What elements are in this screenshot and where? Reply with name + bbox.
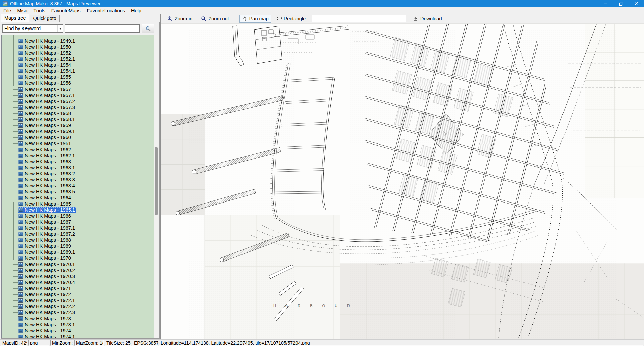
tree-connector [13,65,18,65]
tree-item[interactable]: New HK Maps - 1973 [2,315,154,322]
menu-misc[interactable]: Misc [14,7,30,14]
tree-item[interactable]: New HK Maps - 1965.1 [2,207,154,213]
status-tilesize: TileSize: 256 [105,340,131,346]
tree-item[interactable]: New HK Maps - 1964 [2,195,154,201]
tree-item[interactable]: New HK Maps - 1967.2 [2,231,154,237]
tree-item-label: New HK Maps - 1962.1 [25,153,75,158]
map-thumbnail-icon [18,323,23,327]
zoom-in-button[interactable]: Zoom in [165,15,195,23]
tree-item-label: New HK Maps - 1970 [25,255,71,261]
tree-item[interactable]: New HK Maps - 1963 [2,159,154,165]
rectangle-button[interactable]: Rectangle [275,15,308,23]
menu-tools[interactable]: Tools [30,7,48,14]
tree-item[interactable]: New HK Maps - 1970 [2,255,154,261]
tree-item[interactable]: New HK Maps - 1950 [2,44,154,50]
tree-item[interactable]: New HK Maps - 1957.2 [2,98,154,104]
search-mode-select[interactable]: Find by Keyword [2,24,63,33]
tree-item[interactable]: New HK Maps - 1970.3 [2,273,154,279]
tree-item[interactable]: New HK Maps - 1957.1 [2,92,154,98]
tree-item[interactable]: New HK Maps - 1963.4 [2,183,154,189]
tree-item[interactable]: New HK Maps - 1959 [2,122,154,128]
tree-item[interactable]: New HK Maps - 1963.3 [2,177,154,183]
pan-map-button[interactable]: Pan map [239,15,271,23]
search-button[interactable] [142,24,154,33]
tree-item[interactable]: New HK Maps - 1952.1 [2,56,154,62]
toolbar-address-input[interactable] [312,15,406,22]
tree-connector [13,331,18,331]
tree-item[interactable]: New HK Maps - 1963.1 [2,165,154,171]
tree-item-label: New HK Maps - 1958.1 [25,117,75,122]
tree-item[interactable]: New HK Maps - 1970.4 [2,279,154,285]
tree-connector [13,222,18,222]
tree-item[interactable]: New HK Maps - 1959.1 [2,128,154,134]
zoom-out-button[interactable]: Zoom out [198,15,231,23]
tree-item[interactable]: New HK Maps - 1965 [2,201,154,207]
harbour-label: H A R B O U R [273,304,354,308]
tree-item[interactable]: New HK Maps - 1963.5 [2,189,154,195]
chevron-down-icon[interactable] [57,25,63,32]
menu-file[interactable]: File [0,7,14,14]
map-thumbnail-icon [18,286,23,291]
tree-item[interactable]: New HK Maps - 1954.1 [2,68,154,74]
tree-connector [13,270,18,271]
map-thumbnail-icon [18,310,23,315]
keyword-input[interactable] [65,24,140,33]
tree-scrollbar[interactable] [154,35,159,338]
tree-item[interactable]: New HK Maps - 1969.1 [2,249,154,255]
tree-connector [13,192,18,192]
tree-item[interactable]: New HK Maps - 1970.1 [2,261,154,267]
close-button[interactable] [629,0,644,7]
tree-item-label: New HK Maps - 1952.1 [25,56,75,62]
tree-item[interactable]: New HK Maps - 1972.2 [2,303,154,309]
tree-scrollbar-thumb[interactable] [155,147,158,215]
download-button[interactable]: Download [410,15,445,23]
tree-item[interactable]: New HK Maps - 1973.1 [2,322,154,328]
tree-item[interactable]: New HK Maps - 1974 [2,328,154,334]
status-epsg: EPSG:3857 [132,340,158,346]
tree-item-label: New HK Maps - 1965.1 [25,207,75,213]
tree-item[interactable]: New HK Maps - 1962 [2,147,154,153]
tree-item[interactable]: New HK Maps - 1969 [2,243,154,249]
tree-item-label: New HK Maps - 1974 [25,328,71,333]
tree-item[interactable]: New HK Maps - 1967 [2,219,154,225]
tree-connector [13,71,18,71]
tree-connector [13,101,18,102]
tree-item[interactable]: New HK Maps - 1949.1 [2,38,154,44]
tree-item-label: New HK Maps - 1963.4 [25,183,75,188]
maps-tree[interactable]: New HK Maps - 1949.1 [1,35,159,338]
tab-quick-goto[interactable]: Quick goto [30,15,59,22]
tree-item[interactable]: New HK Maps - 1972 [2,291,154,297]
tree-item[interactable]: New HK Maps - 1956 [2,80,154,86]
tree-item[interactable]: New HK Maps - 1974.1 [2,334,154,338]
tree-item[interactable]: New HK Maps - 1970.2 [2,267,154,273]
tree-item[interactable]: New HK Maps - 1957.3 [2,104,154,110]
tree-item[interactable]: New HK Maps - 1968 [2,237,154,243]
tree-item[interactable]: New HK Maps - 1960 [2,134,154,140]
tree-item[interactable]: New HK Maps - 1972.3 [2,309,154,315]
tree-connector [13,77,18,77]
tree-item[interactable]: New HK Maps - 1966 [2,213,154,219]
tree-item[interactable]: New HK Maps - 1957 [2,86,154,92]
minimize-button[interactable] [598,0,613,7]
tree-item[interactable]: New HK Maps - 1952 [2,50,154,56]
rectangle-label: Rectangle [284,16,306,21]
tree-item[interactable]: New HK Maps - 1961 [2,140,154,147]
tree-item[interactable]: New HK Maps - 1958 [2,110,154,116]
map-preview[interactable]: H A R B O U R [161,23,644,339]
menu-favoritemaps[interactable]: FavoriteMaps [48,7,84,14]
tree-item[interactable]: New HK Maps - 1963.2 [2,171,154,177]
tree-item[interactable]: New HK Maps - 1954 [2,62,154,68]
tree-item[interactable]: New HK Maps - 1962.1 [2,153,154,159]
map-thumbnail-icon [18,232,23,236]
tree-item[interactable]: New HK Maps - 1972.1 [2,297,154,303]
restore-button[interactable] [613,0,629,7]
tree-item[interactable]: New HK Maps - 1967.1 [2,225,154,231]
tree-item[interactable]: New HK Maps - 1958.1 [2,116,154,122]
tree-item[interactable]: New HK Maps - 1955 [2,74,154,80]
zoom-in-label: Zoom in [175,16,192,21]
menu-favoritelocations[interactable]: FavoriteLocations [84,7,128,14]
tree-connector [13,89,18,90]
tree-item[interactable]: New HK Maps - 1971 [2,285,154,291]
menu-help[interactable]: Help [128,7,144,14]
tab-maps-tree[interactable]: Maps tree [1,14,29,22]
